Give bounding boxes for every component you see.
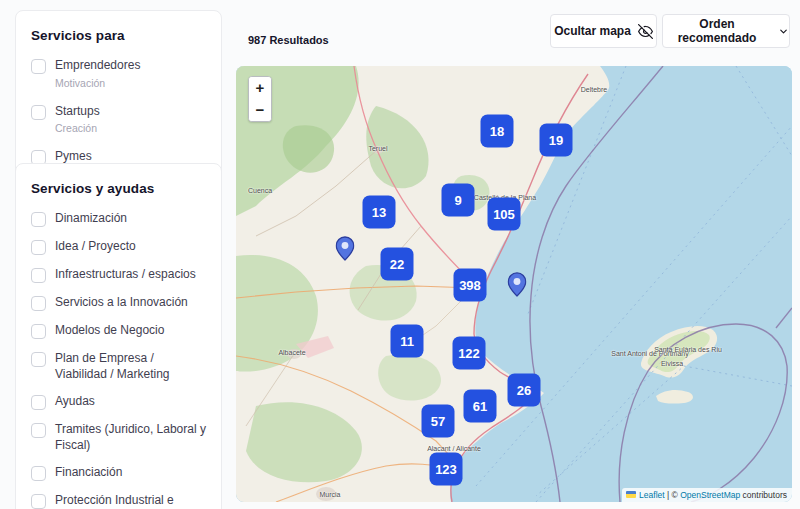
cluster-marker[interactable]: 61 [464,390,497,423]
filter-option-label: Idea / Proyecto [55,239,136,255]
results-count: 987 Resultados [248,34,329,46]
chevron-down-icon [778,26,789,37]
filter-option[interactable]: Financiación [31,465,206,481]
cluster-marker[interactable]: 398 [454,269,487,302]
filter-option-label: Emprendedores [55,58,140,74]
sort-label: Orden recomendado [663,17,771,45]
leaflet-link[interactable]: Leaflet [639,490,665,500]
checkbox[interactable] [31,105,46,120]
cluster-marker[interactable]: 57 [422,405,455,438]
cluster-marker[interactable]: 26 [508,374,541,407]
hide-map-label: Ocultar mapa [554,24,631,38]
filter-option[interactable]: Servicios a la Innovación [31,295,206,311]
filter-option-label: Servicios a la Innovación [55,295,188,311]
filter-option-label: Dinamización [55,211,127,227]
filter-option[interactable]: Plan de Empresa / Viabilidad / Marketing [31,351,206,382]
filter-option[interactable]: Infraestructuras / espacios [31,267,206,283]
checkbox[interactable] [31,268,46,283]
checkbox[interactable] [31,466,46,481]
filter-option-label: Infraestructuras / espacios [55,267,196,283]
filter-option[interactable]: EmprendedoresMotivación [31,58,206,89]
filter-option-label: Modelos de Negocio [55,323,164,339]
checkbox[interactable] [31,212,46,227]
ukraine-flag-icon [626,491,636,498]
cluster-marker[interactable]: 9 [442,184,475,217]
filter-option-label: Financiación [55,465,122,481]
filter-option[interactable]: Modelos de Negocio [31,323,206,339]
checkbox[interactable] [31,352,46,367]
zoom-out-button[interactable]: − [249,99,271,121]
checkbox[interactable] [31,59,46,74]
checkbox[interactable] [31,423,46,438]
cluster-marker[interactable]: 122 [453,337,486,370]
filter-option[interactable]: Protección Industrial e Intelectual (Pat… [31,493,206,509]
filter-option[interactable]: Dinamización [31,211,206,227]
filter-option-label: Startups [55,104,100,120]
attribution-suffix: contributors [740,490,787,500]
checkbox[interactable] [31,240,46,255]
filter-option-label: Tramites (Juridico, Laboral y Fiscal) [55,422,206,453]
filter-list-servicios-para: EmprendedoresMotivaciónStartupsCreaciónP… [31,58,206,180]
sort-dropdown[interactable]: Orden recomendado [662,14,790,48]
filter-option[interactable]: Ayudas [31,394,206,410]
map-canvas[interactable]: TeruelCuencaCastelló de la PlanaDeltebre… [236,66,792,502]
map-pin-marker[interactable] [508,272,527,301]
checkbox[interactable] [31,296,46,311]
filter-list-servicios-ayudas: DinamizaciónIdea / ProyectoInfraestructu… [31,211,206,509]
attribution-separator: | © [665,490,681,500]
cluster-marker[interactable]: 19 [540,124,573,157]
filter-card-servicios-ayudas: Servicios y ayudas DinamizaciónIdea / Pr… [15,163,222,509]
openstreetmap-link[interactable]: OpenStreetMap [680,490,740,500]
filter-group-title: Servicios para [31,28,206,43]
cluster-marker[interactable]: 11 [391,325,424,358]
map-attribution: Leaflet | © OpenStreetMap contributors [622,488,792,502]
cluster-marker[interactable]: 105 [488,198,521,231]
checkbox[interactable] [31,324,46,339]
hide-map-button[interactable]: Ocultar mapa [550,14,657,48]
cluster-marker[interactable]: 18 [481,115,514,148]
map-pin-marker[interactable] [336,236,355,265]
cluster-marker[interactable]: 123 [430,453,463,486]
map-zoom-control: + − [248,76,272,122]
zoom-in-button[interactable]: + [249,77,271,99]
filter-option-sublabel: Motivación [55,77,140,89]
checkbox[interactable] [31,494,46,509]
eye-off-icon [638,24,653,39]
filter-option[interactable]: Idea / Proyecto [31,239,206,255]
filter-option-label: Protección Industrial e Intelectual (Pat… [55,493,206,509]
cluster-marker[interactable]: 22 [381,248,414,281]
filter-option-label: Plan de Empresa / Viabilidad / Marketing [55,351,206,382]
filter-option[interactable]: StartupsCreación [31,104,206,135]
filter-group-title: Servicios y ayudas [31,181,206,196]
filter-option[interactable]: Tramites (Juridico, Laboral y Fiscal) [31,422,206,453]
filter-option-label: Ayudas [55,394,95,410]
filter-option-sublabel: Creación [55,122,100,134]
checkbox[interactable] [31,395,46,410]
cluster-marker[interactable]: 13 [363,196,396,229]
